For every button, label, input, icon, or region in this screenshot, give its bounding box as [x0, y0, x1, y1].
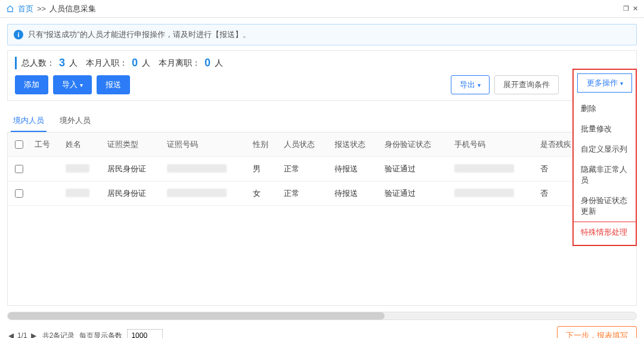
expand-filter-button[interactable]: 展开查询条件 — [494, 75, 559, 94]
window-close-icon[interactable]: ✕ — [633, 5, 638, 13]
chevron-down-icon: ▾ — [620, 80, 623, 87]
menu-hide-abnormal[interactable]: 隐藏非正常人员 — [574, 159, 636, 190]
cell-status: 正常 — [279, 182, 329, 206]
cell-id-type: 居民身份证 — [103, 157, 163, 182]
table-row[interactable]: 居民身份证 女 正常 待报送 验证通过 否 否 — [8, 182, 636, 206]
cell-submit-status: 待报送 — [330, 157, 380, 182]
redacted-id — [167, 189, 227, 197]
menu-refresh-verify[interactable]: 身份验证状态更新 — [574, 190, 636, 222]
scrollbar-thumb[interactable] — [8, 312, 385, 319]
total-records: 共2条记录 — [42, 331, 75, 339]
tab-overseas[interactable]: 境外人员 — [57, 112, 93, 132]
leave-label: 本月离职： — [159, 58, 200, 69]
cell-verify-status: 验证通过 — [380, 182, 450, 206]
table-container: 工号 姓名 证照类型 证照号码 性别 人员状态 报送状态 身份验证状态 手机号码… — [7, 133, 637, 306]
window-restore-icon[interactable]: ❐ — [623, 5, 629, 13]
col-employee-id: 工号 — [30, 133, 61, 157]
cell-status: 正常 — [279, 157, 329, 182]
new-unit: 人 — [142, 58, 150, 69]
chevron-down-icon: ▾ — [478, 82, 481, 88]
breadcrumb-sep: >> — [37, 4, 46, 13]
page-title: 人员信息采集 — [49, 4, 96, 14]
cell-gender: 女 — [248, 182, 279, 206]
next-step-button[interactable]: 下一步，报表填写 — [557, 326, 637, 338]
page-first-icon[interactable]: ◀ — [7, 331, 15, 338]
home-icon — [6, 5, 14, 13]
col-phone: 手机号码 — [450, 133, 535, 157]
cell-id-type: 居民身份证 — [103, 182, 163, 206]
more-operations-menu: 删除 批量修改 自定义显示列 隐藏非正常人员 身份验证状态更新 特殊情形处理 — [574, 96, 636, 245]
summary-counts: 总人数： 3 人 本月入职： 0 人 本月离职： 0 人 — [15, 57, 629, 69]
notice-banner: i 只有“报送成功”的人员才能进行申报操作，请及时进行【报送】。 — [7, 24, 637, 45]
page-size-input[interactable] — [127, 329, 163, 338]
more-operations-callout: 更多操作 ▾ 删除 批量修改 自定义显示列 隐藏非正常人员 身份验证状态更新 特… — [572, 69, 637, 246]
more-operations-button[interactable]: 更多操作 ▾ — [577, 73, 632, 93]
redacted-phone — [454, 164, 514, 173]
more-operations-label: 更多操作 — [587, 78, 618, 88]
cell-verify-status: 验证通过 — [380, 157, 450, 182]
redacted-name — [66, 189, 89, 197]
redacted-name — [66, 164, 89, 173]
tabs: 境内人员 境外人员 — [7, 108, 637, 133]
col-id-number: 证照号码 — [162, 133, 248, 157]
breadcrumb-home[interactable]: 首页 — [18, 4, 33, 14]
page-last-icon[interactable]: ▶ — [30, 331, 38, 338]
new-value: 0 — [130, 57, 140, 69]
leave-value: 0 — [203, 57, 212, 69]
menu-batch-edit[interactable]: 批量修改 — [574, 119, 636, 139]
cell-gender: 男 — [248, 157, 279, 182]
redacted-id — [167, 164, 227, 173]
export-button[interactable]: 导出 ▾ — [451, 75, 490, 94]
col-gender: 性别 — [248, 133, 279, 157]
tab-domestic[interactable]: 境内人员 — [11, 112, 47, 132]
cell-submit-status: 待报送 — [330, 182, 380, 206]
menu-delete[interactable]: 删除 — [574, 99, 636, 119]
row-checkbox[interactable] — [15, 165, 23, 173]
import-button-label: 导入 — [62, 79, 78, 90]
row-checkbox[interactable] — [15, 189, 23, 198]
total-unit: 人 — [69, 58, 78, 69]
chevron-down-icon: ▾ — [80, 82, 83, 88]
col-id-type: 证照类型 — [103, 133, 163, 157]
menu-special-case[interactable]: 特殊情形处理 — [574, 222, 636, 242]
add-button[interactable]: 添加 — [15, 75, 48, 94]
breadcrumb: 首页 >> 人员信息采集 ❐ ✕ — [0, 0, 644, 18]
notice-text: 只有“报送成功”的人员才能进行申报操作，请及时进行【报送】。 — [28, 29, 250, 40]
total-label: 总人数： — [21, 58, 55, 69]
action-row: 添加 导入 ▾ 报送 导出 ▾ 展开查询条件 — [15, 75, 629, 94]
total-value: 3 — [57, 57, 67, 69]
info-icon: i — [14, 30, 23, 39]
select-all-checkbox[interactable] — [15, 140, 23, 149]
pagination-footer: ◀ 1/1 ▶ 共2条记录 每页显示条数 下一步，报表填写 — [0, 320, 644, 338]
table-row[interactable]: 居民身份证 男 正常 待报送 验证通过 否 否 — [8, 157, 636, 182]
leave-unit: 人 — [215, 58, 223, 69]
horizontal-scrollbar[interactable] — [7, 312, 637, 320]
menu-custom-columns[interactable]: 自定义显示列 — [574, 139, 636, 159]
submit-button[interactable]: 报送 — [97, 75, 130, 94]
page-position: 1/1 — [16, 331, 29, 338]
col-status: 人员状态 — [279, 133, 329, 157]
col-verify-status: 身份验证状态 — [380, 133, 450, 157]
import-button[interactable]: 导入 ▾ — [53, 75, 92, 94]
col-name: 姓名 — [61, 133, 103, 157]
redacted-phone — [454, 189, 514, 197]
new-label: 本月入职： — [86, 58, 128, 69]
export-button-label: 导出 — [460, 79, 475, 90]
col-submit-status: 报送状态 — [330, 133, 380, 157]
people-table: 工号 姓名 证照类型 证照号码 性别 人员状态 报送状态 身份验证状态 手机号码… — [8, 133, 636, 206]
per-page-label: 每页显示条数 — [79, 331, 122, 339]
